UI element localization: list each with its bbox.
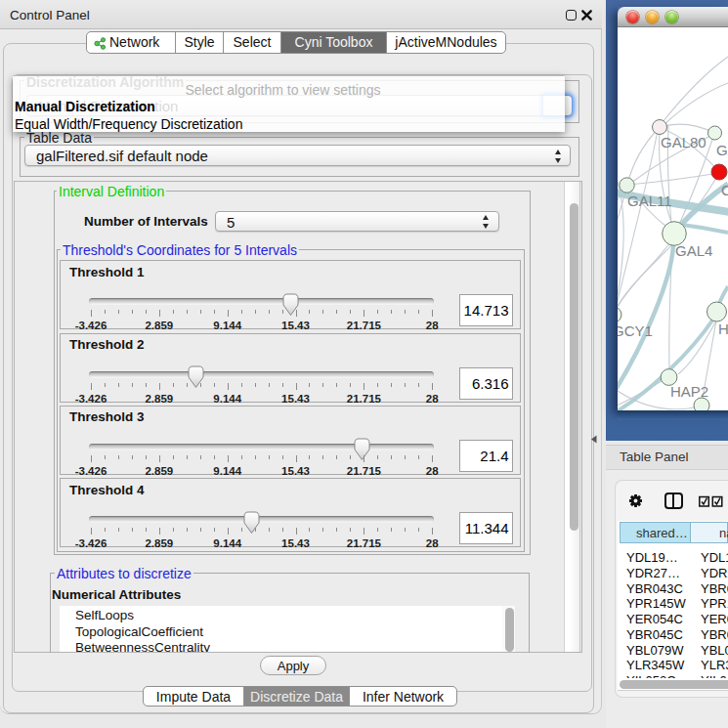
- svg-text:GA: GA: [716, 142, 728, 158]
- svg-text:GAL80: GAL80: [661, 134, 707, 150]
- svg-text:GAL4: GAL4: [675, 242, 712, 259]
- svg-text:C: C: [721, 182, 728, 198]
- svg-text:GCY1: GCY1: [618, 322, 653, 339]
- svg-text:GAL11: GAL11: [627, 193, 672, 209]
- svg-text:H: H: [718, 321, 728, 337]
- svg-text:HAP2: HAP2: [670, 383, 708, 400]
